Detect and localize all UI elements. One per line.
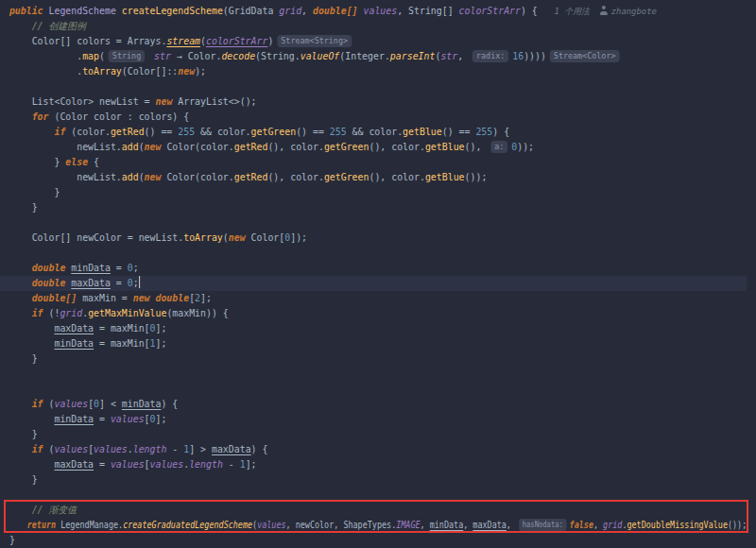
code-token: - — [223, 459, 240, 470]
code-token: Color — [166, 172, 195, 182]
code-token — [9, 399, 32, 409]
code-token: if — [32, 308, 49, 318]
code-token: GridData — [229, 6, 280, 16]
code-token: values — [150, 459, 184, 470]
code-line[interactable]: .toArray(Color[]::new); — [0, 64, 747, 79]
code-token: map — [82, 51, 99, 61]
code-line[interactable] — [0, 79, 747, 94]
code-token: Color — [166, 142, 195, 152]
code-token: (), color. — [267, 172, 323, 182]
code-line[interactable]: newList.add(new Color(color.getRed(), co… — [0, 140, 747, 155]
code-token: = — [111, 263, 128, 273]
code-line[interactable] — [0, 382, 747, 397]
code-line[interactable]: if (color.getRed() == 255 && color.getGr… — [0, 125, 747, 140]
code-token: if — [32, 399, 49, 409]
code-token: getRed — [234, 172, 268, 182]
code-token: getDoubleMissingValue — [627, 520, 727, 530]
code-token: values — [54, 399, 88, 409]
code-token: , — [593, 520, 603, 530]
code-line[interactable]: maxData = values[values.length - 1]; — [0, 457, 747, 472]
code-token: (color. — [195, 142, 234, 152]
code-line[interactable]: minData = maxMin[1]; — [0, 336, 747, 351]
code-line[interactable]: minData = values[0]; — [0, 412, 747, 427]
code-token: )))) — [524, 51, 546, 61]
code-token: parseInt — [390, 51, 436, 61]
code-line[interactable]: if (values[0] < minData) { — [0, 397, 747, 412]
code-line[interactable]: double minData = 0; — [0, 261, 747, 276]
code-line[interactable]: if (values[values.length - 1] > maxData)… — [0, 442, 747, 457]
code-token: Integer — [345, 51, 385, 61]
code-token: ]; — [200, 293, 212, 303]
line-comment: // 渐变值 — [9, 505, 77, 515]
code-line[interactable]: double[] maxMin = new double[2]; — [0, 291, 747, 306]
code-line[interactable]: maxData = maxMin[0]; — [0, 321, 747, 336]
code-token: getGreen — [324, 172, 369, 182]
code-line[interactable]: // 渐变值 — [0, 503, 747, 518]
code-token: } — [9, 535, 15, 545]
code-token: } — [9, 353, 38, 364]
code-line[interactable] — [0, 488, 747, 503]
code-line[interactable]: Color[] colors = Arrays.stream(colorStrA… — [0, 34, 747, 49]
code-token: newList. — [9, 142, 122, 152]
code-token: , — [507, 520, 516, 530]
code-line[interactable]: .map(String str → Color.decode(String.va… — [0, 49, 747, 64]
code-line[interactable]: } — [0, 351, 747, 367]
code-token: Color — [60, 111, 94, 122]
code-token: ) { — [251, 444, 268, 454]
code-token: Color — [188, 51, 216, 61]
code-token: minData — [71, 263, 111, 273]
code-token: ]; — [246, 459, 257, 470]
code-line[interactable]: Color[] newColor = newList.toArray(new C… — [0, 231, 747, 246]
code-token — [9, 278, 32, 288]
code-token: maxData — [472, 520, 507, 530]
code-token: () == — [145, 127, 179, 137]
code-line[interactable]: } — [0, 185, 747, 200]
code-line[interactable]: newList.add(new Color(color.getRed(), co… — [0, 170, 747, 185]
code-token: } — [9, 187, 60, 197]
code-token: String — [261, 51, 295, 61]
code-line[interactable]: List<Color> newList = new ArrayList<>(); — [0, 94, 747, 110]
code-line[interactable] — [0, 246, 747, 261]
type-inlay-hint[interactable]: Stream<Color> — [550, 50, 620, 62]
code-token: getGreen — [251, 127, 297, 137]
code-line[interactable]: // 创建图例 — [0, 19, 747, 34]
text-caret — [139, 276, 140, 288]
code-line[interactable]: } — [0, 427, 747, 442]
code-token: add — [122, 172, 139, 182]
code-line[interactable]: if (!grid.getMaxMinValue(maxMin)) { — [0, 306, 747, 321]
code-token: (), color. — [267, 142, 323, 152]
code-token: (), color. — [369, 142, 424, 152]
code-token: maxMin = — [82, 293, 133, 303]
code-token: ]; — [155, 323, 166, 334]
code-token: new — [145, 142, 167, 152]
code-token: new — [145, 172, 167, 182]
code-token: LegendManage — [60, 520, 118, 530]
code-line[interactable] — [0, 367, 747, 382]
code-line[interactable]: } — [0, 472, 747, 488]
code-token: new — [155, 96, 178, 107]
code-line[interactable]: } — [0, 200, 747, 215]
code-token: grid — [603, 520, 622, 530]
code-token: = maxMin[ — [94, 323, 149, 334]
code-editor[interactable]: public LegendScheme createLegendScheme(G… — [0, 0, 756, 548]
code-line[interactable] — [0, 215, 747, 231]
code-line[interactable]: public LegendScheme createLegendScheme(G… — [0, 4, 747, 19]
code-line-current[interactable]: double maxData = 0; — [0, 276, 747, 291]
code-line[interactable]: } else { — [0, 155, 747, 170]
code-token: ShapeTypes — [343, 520, 391, 530]
code-line[interactable]: return LegendManage.createGraduatedLegen… — [0, 518, 637, 533]
code-line[interactable]: for (Color color : colors) { — [0, 110, 747, 125]
code-token: ]; — [155, 338, 166, 349]
code-token: else — [65, 157, 88, 167]
lambda-type-hint[interactable]: String — [109, 50, 145, 62]
type-inlay-hint[interactable]: Stream<String> — [277, 35, 352, 47]
code-token: values — [257, 520, 285, 530]
code-token: , newColor, — [286, 520, 344, 530]
code-token: ); — [195, 66, 206, 77]
usages-hint[interactable]: 1 个用法 — [555, 7, 590, 16]
code-token: . — [9, 51, 82, 61]
author-name[interactable]: zhangbote — [611, 7, 657, 16]
code-line[interactable]: } — [0, 533, 747, 548]
code-token: newColor = newList. — [77, 232, 183, 243]
code-token: } — [9, 157, 65, 167]
